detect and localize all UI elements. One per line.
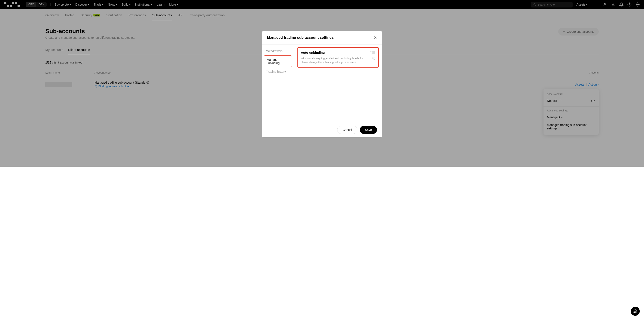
side-trading-history[interactable]: Trading history bbox=[264, 68, 292, 76]
side-withdrawals[interactable]: Withdrawals bbox=[264, 47, 292, 55]
auto-unbinding-toggle[interactable] bbox=[370, 51, 375, 54]
modal: Managed trading sub-account settings ✕ W… bbox=[262, 31, 382, 137]
side-manage-unbinding[interactable]: Manage unbinding bbox=[264, 55, 292, 67]
close-icon[interactable]: ✕ bbox=[374, 35, 377, 40]
auto-unbinding-description: Withdrawals may trigger alert and unbind… bbox=[301, 57, 370, 64]
modal-title: Managed trading sub-account settings bbox=[267, 36, 334, 40]
auto-unbinding-panel: Auto-unbinding Withdrawals may trigger a… bbox=[298, 47, 379, 68]
cancel-button[interactable]: Cancel bbox=[337, 126, 357, 134]
save-button[interactable]: Save bbox=[360, 126, 377, 134]
info-icon[interactable]: i bbox=[372, 57, 375, 60]
auto-unbinding-title: Auto-unbinding bbox=[301, 51, 325, 54]
